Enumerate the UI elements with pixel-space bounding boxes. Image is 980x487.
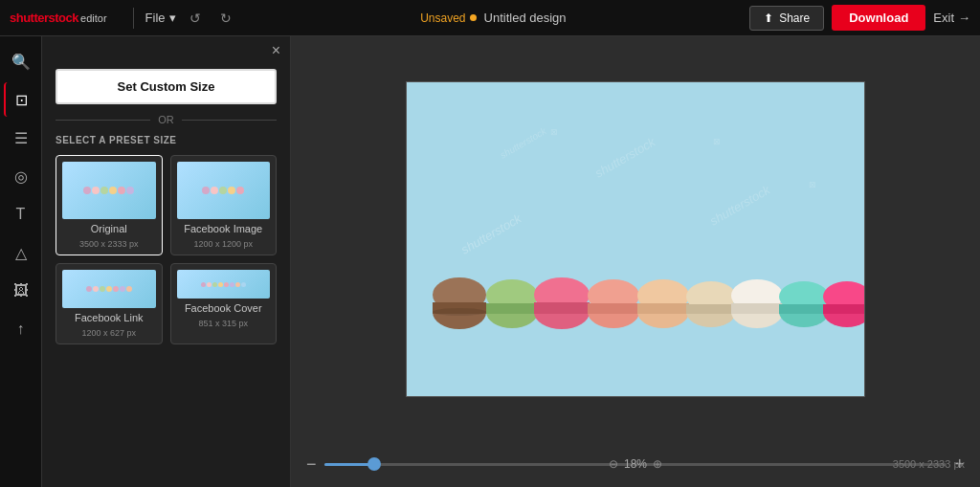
exit-button[interactable]: Exit → <box>933 11 970 25</box>
zoom-slider-thumb[interactable] <box>368 457 381 471</box>
svg-rect-19 <box>686 304 736 314</box>
sidebar-item-crop[interactable]: ⊡ <box>4 82 38 117</box>
undo-button[interactable]: ↺ <box>184 7 207 30</box>
canvas-image[interactable]: shutterstock shutterstock shutterstock s… <box>406 81 865 397</box>
zoom-out-icon[interactable]: ⊖ <box>609 457 618 471</box>
or-line-right <box>182 120 277 121</box>
preset-size-facebook-cover: 851 x 315 px <box>198 319 248 328</box>
macarons-mini-fb-img <box>202 187 244 194</box>
or-line-left <box>56 120 150 121</box>
macarons-mini-fb-link <box>86 286 132 292</box>
svg-rect-10 <box>534 302 590 314</box>
sidebar-item-layers[interactable]: ☰ <box>4 121 38 155</box>
preset-grid: Original 3500 x 2333 px <box>42 155 290 344</box>
sidebar-item-text[interactable]: T <box>4 197 38 232</box>
svg-text:⊠: ⊠ <box>713 137 721 146</box>
file-menu-label: File <box>145 11 166 25</box>
preset-thumb-facebook-link <box>62 270 156 308</box>
preset-item-facebook-cover[interactable]: Facebook Cover 851 x 315 px <box>170 263 278 344</box>
or-divider: OR <box>42 114 290 125</box>
crop-icon: ⊡ <box>15 91 28 109</box>
preset-section-label: SELECT A PRESET SIZE <box>42 135 290 145</box>
share-icon: ⬆ <box>764 11 773 25</box>
header-right-buttons: ⬆ Share Download Exit → <box>749 5 970 31</box>
preset-size-facebook-image: 1200 x 1200 px <box>193 239 253 249</box>
canvas-size-info: 3500 x 2333 px <box>893 458 965 470</box>
sidebar-item-photos[interactable]: 🖼 <box>4 274 38 308</box>
svg-rect-16 <box>637 303 689 314</box>
exit-label: Exit <box>933 11 954 25</box>
download-button[interactable]: Download <box>832 5 925 31</box>
exit-arrow-icon: → <box>958 11 970 25</box>
macarons-mini-fb-cover <box>201 282 246 287</box>
upload-icon: ↑ <box>17 321 25 338</box>
preset-item-facebook-image[interactable]: Facebook Image 1200 x 1200 px <box>170 155 278 255</box>
sidebar-item-shapes[interactable]: △ <box>4 235 38 270</box>
canvas-wrapper: shutterstock shutterstock shutterstock s… <box>291 36 980 441</box>
preset-name-original: Original <box>91 223 127 235</box>
zoom-percent-area: ⊖ 18% ⊕ <box>609 457 662 471</box>
sidebar-item-effects[interactable]: ◎ <box>4 159 38 193</box>
svg-rect-22 <box>731 303 783 314</box>
layers-icon: ☰ <box>14 129 28 147</box>
svg-point-4 <box>433 308 486 316</box>
preset-size-original: 3500 x 2333 px <box>79 239 139 249</box>
header-center: Unsaved Untitled design <box>237 11 750 25</box>
file-menu[interactable]: File ▾ <box>145 11 176 25</box>
share-button[interactable]: ⬆ Share <box>749 6 824 31</box>
preset-name-facebook-link: Facebook Link <box>75 312 144 324</box>
photos-icon: 🖼 <box>13 282 29 299</box>
preset-item-original[interactable]: Original 3500 x 2333 px <box>56 155 163 255</box>
panel-header: × <box>42 36 290 65</box>
design-title[interactable]: Untitled design <box>484 11 567 25</box>
preset-thumb-inner-facebook-image <box>177 162 271 219</box>
preset-name-facebook-image: Facebook Image <box>184 223 262 235</box>
set-custom-size-button[interactable]: Set Custom Size <box>56 69 277 104</box>
preset-thumb-inner-original <box>62 162 156 219</box>
resize-panel: × Set Custom Size OR SELECT A PRESET SIZ… <box>42 36 291 487</box>
redo-button[interactable]: ↻ <box>214 7 237 30</box>
effects-icon: ◎ <box>14 167 28 186</box>
preset-item-facebook-link[interactable]: Facebook Link 1200 x 627 px <box>56 263 163 344</box>
preset-thumb-original <box>62 162 156 219</box>
svg-text:⊠: ⊠ <box>809 180 816 189</box>
preset-name-facebook-cover: Facebook Cover <box>185 302 262 315</box>
preset-thumb-facebook-cover <box>177 270 271 299</box>
svg-rect-25 <box>779 304 829 314</box>
shapes-icon: △ <box>15 244 27 262</box>
canvas-svg: shutterstock shutterstock shutterstock s… <box>407 82 865 397</box>
main-layout: 🔍 ⊡ ☰ ◎ T △ 🖼 ↑ × Set Custom Size <box>0 36 980 487</box>
zoom-in-icon[interactable]: ⊕ <box>653 457 662 471</box>
preset-thumb-facebook-image <box>177 162 271 219</box>
bottom-bar: − + ⊖ 18% ⊕ 3500 x 2333 px <box>291 441 980 487</box>
logo: shutterstock editor <box>10 11 107 25</box>
sidebar-item-upload[interactable]: ↑ <box>4 312 38 346</box>
zoom-percent-label: 18% <box>624 457 647 471</box>
file-menu-chevron: ▾ <box>169 11 176 25</box>
unsaved-label: Unsaved <box>420 11 465 25</box>
close-panel-button[interactable]: × <box>272 42 280 59</box>
icon-sidebar: 🔍 ⊡ ☰ ◎ T △ 🖼 ↑ <box>0 36 42 487</box>
unsaved-badge: Unsaved <box>420 11 476 25</box>
header-actions: ↺ ↻ <box>184 7 237 30</box>
search-icon: 🔍 <box>11 53 31 71</box>
text-icon: T <box>16 206 26 223</box>
share-label: Share <box>779 11 810 25</box>
svg-rect-28 <box>823 304 865 314</box>
logo-brand: shutterstock <box>10 11 78 25</box>
svg-text:⊠: ⊠ <box>550 127 558 137</box>
canvas-area: shutterstock shutterstock shutterstock s… <box>291 36 980 487</box>
svg-rect-7 <box>486 303 538 314</box>
header: shutterstock editor File ▾ ↺ ↻ Unsaved U… <box>0 0 980 36</box>
macarons-mini-original <box>83 187 134 194</box>
svg-rect-13 <box>588 303 639 314</box>
preset-size-facebook-link: 1200 x 627 px <box>81 328 136 338</box>
unsaved-dot <box>470 14 477 21</box>
logo-product: editor <box>80 12 107 24</box>
sidebar-item-search[interactable]: 🔍 <box>4 44 38 78</box>
header-separator <box>133 8 134 29</box>
or-label: OR <box>158 114 174 125</box>
zoom-minus-button[interactable]: − <box>306 454 317 475</box>
